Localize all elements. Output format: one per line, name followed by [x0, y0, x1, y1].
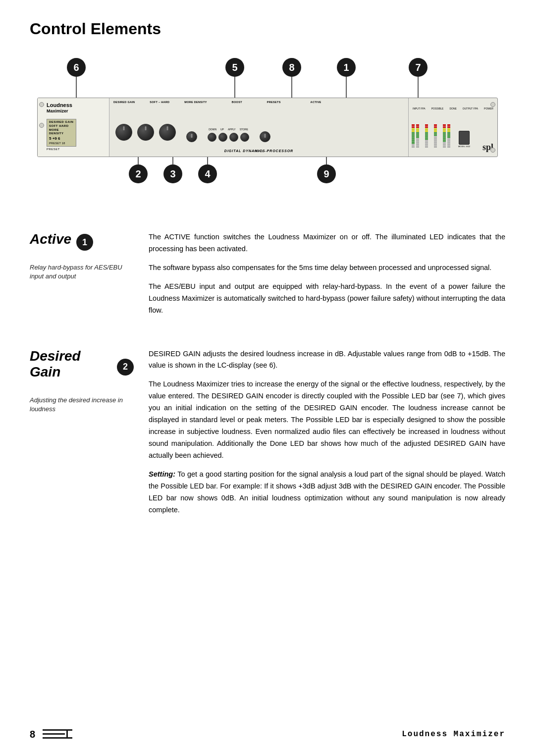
boost-knob[interactable] [186, 131, 197, 142]
preset-up-label: UP [220, 128, 224, 131]
svg-rect-10 [43, 733, 65, 735]
corner-screw-bottom [39, 123, 44, 128]
active-button-area [260, 131, 270, 142]
footer-logo [43, 727, 72, 741]
preset-store-label: STORE [240, 128, 248, 131]
corner-screw-top-right [490, 102, 495, 107]
spl-logo-svg [43, 727, 72, 741]
presets-section: DOWN UP APPLY STORE [208, 128, 249, 142]
active-button[interactable] [260, 131, 270, 142]
section-desired-gain-para-3-text: To get a good starting position for the … [149, 470, 505, 514]
device-brand: Loudness Maximizer [47, 102, 72, 113]
section-active-title: Active [30, 231, 71, 247]
device-main-panel: DESIRED GAIN SOFT – HARD MORE DENSITY BO… [109, 98, 408, 157]
label-presets: PRESETS [267, 101, 281, 104]
badge-2: 2 [129, 164, 148, 183]
section-desired-gain: Desired Gain 2 Adjusting the desired inc… [30, 348, 505, 523]
page-title: Control Elements [30, 20, 505, 38]
preset-down-btn[interactable] [208, 133, 216, 142]
preset-apply-btn[interactable] [229, 133, 238, 142]
badge-5: 5 [225, 58, 244, 77]
preset-down-label: DOWN [209, 128, 216, 131]
more-density-knob[interactable] [159, 124, 176, 141]
model-label: MODEL 9422 [458, 145, 470, 148]
preset-label: PRESET [47, 148, 60, 151]
preset-apply-label: APPLY [228, 128, 236, 131]
brand-name-line1: Loudness [47, 102, 72, 108]
footer-brand: Loudness Maximizer [402, 730, 505, 739]
badge-8: 8 [282, 58, 301, 77]
page-number: 8 [30, 729, 35, 740]
preset-up-btn[interactable] [218, 133, 227, 142]
section-desired-gain-para-2: The Loudness Maximizer tries to increase… [149, 378, 505, 461]
svg-rect-12 [66, 729, 68, 739]
done-label: DONE [449, 107, 456, 110]
section-active-note: Relay hard-bypass for AES/EBU input and … [30, 263, 134, 281]
device-illustration: 6 5 8 1 7 2 3 4 9 Loudness Maximizer DES… [30, 53, 505, 212]
badge-6: 6 [67, 58, 86, 77]
led-bars: MODEL 9422 [412, 124, 494, 148]
badge-7: 7 [409, 58, 428, 77]
label-active: ACTIVE [311, 101, 321, 104]
section-active-left: Active 1 Relay hard-bypass for AES/EBU i… [30, 231, 134, 324]
section-active-para-2: The software bypass also compensates for… [149, 262, 505, 274]
badge-4: 4 [198, 164, 217, 183]
section-desired-gain-note: Adjusting the desired increase in loudne… [30, 396, 134, 414]
section-active: Active 1 Relay hard-bypass for AES/EBU i… [30, 231, 505, 324]
section-desired-gain-badge: 2 [117, 359, 134, 376]
corner-screw-top [39, 102, 44, 107]
corner-screw-bottom-right [490, 148, 495, 153]
badge-1: 1 [337, 58, 356, 77]
device-panel: Loudness Maximizer DESIRED GAIN SOFT HAR… [37, 98, 498, 157]
soft-hard-knob[interactable] [137, 124, 154, 141]
section-desired-gain-right: DESIRED GAIN adjusts the desired loudnes… [149, 348, 505, 523]
label-more-density: MORE DENSITY [184, 101, 207, 104]
possible-label: POSSIBLE [431, 107, 444, 110]
section-active-right: The ACTIVE function switches the Loudnes… [149, 231, 505, 324]
section-desired-gain-para-1: DESIRED GAIN adjusts the desired loudnes… [149, 348, 505, 372]
label-boost: BOOST [232, 101, 242, 104]
footer-left: 8 [30, 727, 72, 741]
device-left-panel: Loudness Maximizer DESIRED GAIN SOFT HAR… [38, 98, 109, 157]
badge-3: 3 [163, 164, 182, 183]
brand-name-line2: Maximizer [47, 108, 72, 113]
section-desired-gain-left: Desired Gain 2 Adjusting the desired inc… [30, 348, 134, 523]
desired-gain-knob[interactable] [115, 124, 132, 141]
badge-9: 9 [317, 164, 336, 183]
page-footer: 8 Loudness Maximizer [30, 727, 505, 741]
device-right-panel: INPUT FPA POSSIBLE DONE OUTPUT FPA POWER [408, 98, 497, 157]
section-active-para-3: The AES/EBU input and output are equippe… [149, 281, 505, 317]
section-desired-gain-para-3: Setting: To get a good starting position… [149, 469, 505, 516]
section-active-para-1: The ACTIVE function switches the Loudnes… [149, 231, 505, 255]
device-center-label: DIGITAL DYNAMICS PROCESSOR [224, 149, 293, 153]
boost-area [186, 131, 197, 142]
device-labels-row: DESIRED GAIN SOFT – HARD MORE DENSITY BO… [109, 101, 408, 104]
output-fpa-label: OUTPUT FPA [463, 107, 478, 110]
preset-store-btn[interactable] [240, 133, 249, 142]
input-fpa-label: INPUT FPA [413, 107, 426, 110]
label-desired-gain: DESIRED GAIN [113, 101, 135, 104]
section-desired-gain-title: Desired Gain [30, 348, 112, 380]
setting-label: Setting: [149, 470, 175, 478]
lc-display: DESIRED GAIN SOFT HARD MORE DENSITY 5 +9… [47, 119, 76, 147]
label-soft-hard: SOFT – HARD [150, 101, 169, 104]
section-active-badge: 1 [76, 234, 93, 251]
